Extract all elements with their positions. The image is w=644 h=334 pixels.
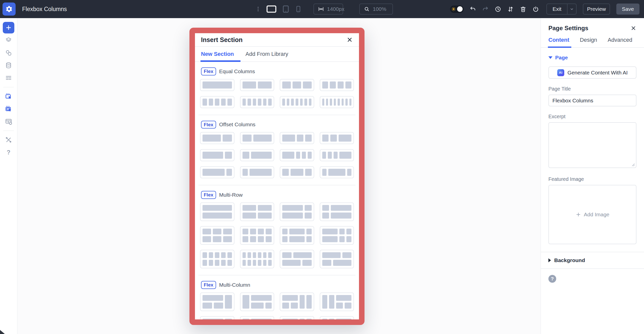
layout-thumb[interactable] [200,149,234,161]
builder-settings-button[interactable] [3,3,16,16]
panel-tabs: Content Design Advanced [541,37,644,48]
layout-thumb[interactable] [280,202,314,221]
toolbar-left: Flexbox Columns [3,0,67,18]
layout-thumb[interactable] [240,132,274,144]
ai-button-label: Generate Content With AI [568,70,628,76]
group-divider [198,185,355,185]
tab-new-section[interactable]: New Section [201,47,234,61]
layout-thumb[interactable] [320,132,354,144]
layout-thumb[interactable] [320,226,354,245]
layout-thumb[interactable] [240,79,274,91]
layout-thumb[interactable] [240,250,274,268]
sidebar-item-dynamic-data[interactable] [3,60,14,71]
undo-button[interactable] [469,6,476,13]
panel-divider [541,268,644,269]
background-section-toggle[interactable]: Background [548,252,636,268]
caret-down-icon [548,56,552,59]
layout-thumb[interactable] [200,293,234,311]
ai-icon: AI [557,69,564,76]
sidebar-divider [3,87,14,87]
toggle-knob [457,6,463,12]
section-groups: FlexEqual ColumnsFlexOffset ColumnsFlexM… [195,62,359,319]
history-button[interactable] [495,6,501,13]
tab-design[interactable]: Design [580,37,597,47]
resize-grip-icon[interactable] [631,163,635,166]
tab-add-from-library[interactable]: Add From Library [246,47,288,61]
layout-thumb[interactable] [200,202,234,221]
group-title: Offset Columns [219,121,255,128]
undo-icon [469,6,476,13]
delete-button[interactable] [520,6,527,13]
layout-thumb[interactable] [320,293,354,311]
add-image-dropzone[interactable]: Add Image [548,185,636,244]
layout-thumb[interactable] [320,149,354,161]
zoom-field[interactable]: 100% [359,4,393,15]
rows-icon [5,74,12,81]
exit-button[interactable]: Exit [546,4,567,15]
layout-thumb[interactable] [200,79,234,91]
layout-thumb[interactable] [280,79,314,91]
layout-thumb[interactable] [320,202,354,221]
layout-thumb[interactable] [240,316,274,319]
theme-toggle[interactable] [450,6,464,13]
canvas: Insert Section New Section Add From Libr… [18,18,541,334]
layout-thumb[interactable] [320,166,354,178]
toolbar-center: 1400px 100% [255,0,393,18]
page-title-label: Page Title [548,86,636,92]
layout-thumb[interactable] [320,96,354,108]
layout-thumb[interactable] [240,293,274,311]
layout-thumb[interactable] [240,166,274,178]
device-tablet-button[interactable] [282,5,290,13]
layout-thumb[interactable] [280,149,314,161]
layout-thumb[interactable] [280,293,314,311]
help-badge[interactable]: ? [548,275,556,283]
layout-thumb[interactable] [280,166,314,178]
layout-thumb[interactable] [280,226,314,245]
group-title: Multi-Column [219,282,250,288]
layout-thumb[interactable] [240,96,274,108]
layout-thumb[interactable] [320,79,354,91]
sidebar-item-tools[interactable] [3,134,14,146]
layout-thumb[interactable] [280,316,314,319]
layout-thumb[interactable] [200,132,234,144]
sidebar-item-global-blocks[interactable] [3,116,14,127]
layout-thumb[interactable] [200,166,234,178]
layout-thumb[interactable] [240,149,274,161]
layout-thumb[interactable] [200,226,234,245]
generate-content-ai-button[interactable]: AI Generate Content With AI [548,66,636,79]
canvas-width-field[interactable]: 1400px [313,4,343,15]
panel-close-icon[interactable] [630,25,636,31]
layout-thumb[interactable] [200,250,234,268]
layout-thumb[interactable] [200,96,234,108]
tab-content[interactable]: Content [548,37,569,47]
sidebar-item-insert-section-alt[interactable] [3,103,14,115]
close-icon[interactable] [346,36,353,43]
sidebar-item-layers[interactable] [3,34,14,46]
sidebar-item-insert-section[interactable] [3,91,14,102]
redo-button[interactable] [482,6,489,13]
sidebar-item-add-element[interactable] [3,22,14,33]
more-options-icon[interactable] [255,6,261,12]
tab-advanced[interactable]: Advanced [608,37,632,47]
layout-thumb[interactable] [320,316,354,319]
sidebar-item-help[interactable]: ? [3,147,14,158]
layout-thumb[interactable] [280,250,314,268]
layout-thumb[interactable] [280,96,314,108]
exit-dropdown-button[interactable] [567,4,577,15]
excerpt-textarea[interactable] [548,122,636,168]
device-mobile-button[interactable] [295,5,302,13]
page-section-toggle[interactable]: Page [548,55,636,61]
sort-order-button[interactable] [507,6,514,13]
layout-thumb[interactable] [240,226,274,245]
sidebar-item-design-library[interactable] [3,47,14,59]
power-button[interactable] [532,6,539,13]
layout-thumb[interactable] [240,202,274,221]
save-button[interactable]: Save [616,4,639,15]
page-title-input[interactable] [548,95,636,106]
preview-button[interactable]: Preview [583,4,610,15]
device-desktop-button[interactable] [266,5,277,13]
sidebar-item-structure[interactable] [3,72,14,84]
layout-thumb[interactable] [280,132,314,144]
layout-thumb[interactable] [320,250,354,268]
layout-thumb[interactable] [200,316,234,319]
